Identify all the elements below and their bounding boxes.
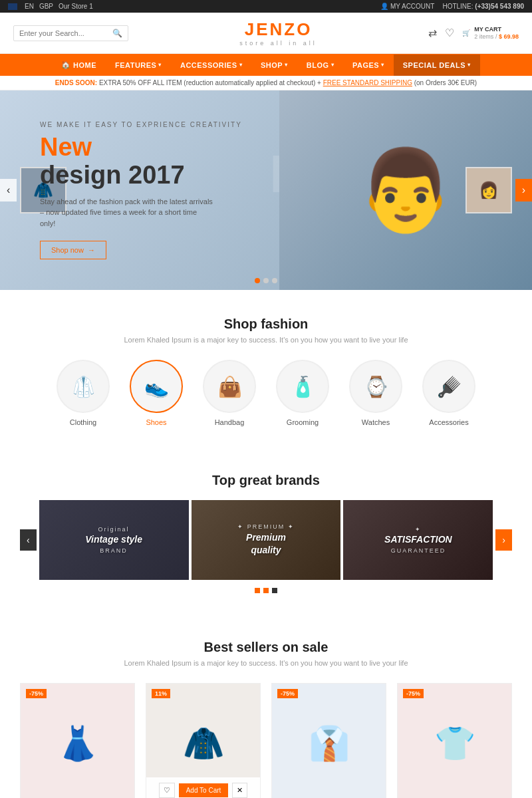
promo-bar: ENDS SOON: EXTRA 50% OFF ALL ITEM (reduc… xyxy=(0,76,532,90)
compare-btn-2[interactable]: ✕ xyxy=(232,783,247,798)
brands-dot-3[interactable] xyxy=(272,588,277,593)
bestsellers-title: Best sellers on sale xyxy=(20,640,512,655)
product-badge-2: 11% xyxy=(152,689,170,698)
wishlist-btn-2[interactable]: ♡ xyxy=(159,783,175,798)
hero-dots xyxy=(255,278,277,283)
product-badge-1: -75% xyxy=(26,689,47,698)
currency-selector[interactable]: GBP xyxy=(39,3,53,10)
brands-title: Top great brands xyxy=(20,473,512,488)
category-accessories-label: Accessories xyxy=(422,418,475,426)
category-watches-icon: ⌚ xyxy=(349,360,402,413)
add-to-cart-btn-2[interactable]: Add To Cart xyxy=(179,783,229,797)
hero-prev-button[interactable]: ‹ xyxy=(0,179,17,201)
product-image-3: -75% 👔 ♡ Add To Cart ✕ xyxy=(272,684,386,798)
product-card-4[interactable]: -75% 👕 ♡ Add To Cart ✕ Blood Luster Cott… xyxy=(397,683,512,798)
brand-card-2[interactable]: ✦ PREMIUM ✦ Premiumquality xyxy=(192,500,341,580)
logo-text: JENZO xyxy=(239,19,317,40)
add-to-cart-btn-4[interactable]: Add To Cart xyxy=(430,783,480,797)
nav-blog[interactable]: BLOG ▾ xyxy=(297,55,343,76)
brands-dot-2[interactable] xyxy=(263,588,269,593)
category-watches[interactable]: ⌚ Watches xyxy=(349,360,402,426)
shuffle-icon[interactable]: ⇄ xyxy=(428,27,437,39)
category-clothing-label: Clothing xyxy=(57,418,110,426)
brand-card-3[interactable]: ✦ SATISFACTION GUARANTEED xyxy=(343,500,493,580)
brand-card-1[interactable]: Original Vintage style BRAND xyxy=(39,500,189,580)
compare-btn-4[interactable]: ✕ xyxy=(483,783,499,798)
product-image-4: -75% 👕 ♡ Add To Cart ✕ xyxy=(398,684,511,798)
product-card-2[interactable]: 11% 🧥 ♡ Add To Cart ✕ Diagonal Bow Tie S… xyxy=(146,683,261,798)
search-input[interactable] xyxy=(19,29,112,37)
cart-items: 2 items xyxy=(474,33,493,40)
hero-content: WE MAKE IT EASY TO EXPRIENCE CREATIVITY … xyxy=(0,121,282,259)
store-selector[interactable]: Our Store 1 xyxy=(59,3,93,10)
category-handbag[interactable]: 👜 Handbag xyxy=(203,360,256,426)
add-to-cart-btn-3[interactable]: Add To Cart xyxy=(305,783,354,797)
compare-btn-3[interactable]: ✕ xyxy=(358,783,373,798)
cart-details: MY CART 2 items / $ 69.98 xyxy=(474,26,519,40)
hero-subtitle: WE MAKE IT EASY TO EXPRIENCE CREATIVITY xyxy=(40,121,242,128)
hero-description: Stay ahead of the fashion pack with the … xyxy=(40,196,213,229)
brands-next-button[interactable]: › xyxy=(495,529,512,551)
wishlist-btn-4[interactable]: ♡ xyxy=(410,783,426,798)
main-nav: 🏠 HOME FEATURES ▾ ACCESSORIES ▾ SHOP ▾ B… xyxy=(0,54,532,76)
cart-info[interactable]: 🛒 MY CART 2 items / $ 69.98 xyxy=(462,26,519,40)
account-link[interactable]: 👤 MY ACCOUNT xyxy=(380,3,434,10)
logo[interactable]: JENZO store all in all xyxy=(239,19,317,47)
search-icon[interactable]: 🔍 xyxy=(112,29,122,38)
shop-now-button[interactable]: Shop now → xyxy=(40,241,106,259)
category-clothing[interactable]: 🥼 Clothing xyxy=(57,360,110,426)
product-image-2: 11% 🧥 ♡ Add To Cart ✕ xyxy=(146,684,260,798)
cart-total: $ 69.98 xyxy=(499,33,519,40)
compare-btn-1[interactable]: ✕ xyxy=(106,783,122,798)
wishlist-btn-1[interactable]: ♡ xyxy=(33,783,49,798)
wishlist-btn-3[interactable]: ♡ xyxy=(285,783,301,798)
nav-features[interactable]: FEATURES ▾ xyxy=(106,55,171,76)
hero-title-line1: New xyxy=(40,134,242,162)
hero-dot-3[interactable] xyxy=(272,278,277,283)
category-handbag-icon: 👜 xyxy=(203,360,256,413)
wishlist-icon[interactable]: ♡ xyxy=(445,27,454,39)
brand-2-label: ✦ PREMIUM ✦ Premiumquality xyxy=(237,523,295,557)
category-grooming-label: Grooming xyxy=(276,418,329,426)
category-grooming[interactable]: 🧴 Grooming xyxy=(276,360,329,426)
category-watches-label: Watches xyxy=(349,418,402,426)
product-image-1: -75% 👗 ♡ Add To Cart ✕ xyxy=(21,684,134,798)
nav-accessories[interactable]: ACCESSORIES ▾ xyxy=(171,55,251,76)
hero-dot-1[interactable] xyxy=(255,278,260,283)
hero-thumb-right[interactable]: 👩 xyxy=(466,167,512,213)
nav-home[interactable]: 🏠 HOME xyxy=(52,54,106,76)
category-shoes-icon: 👟 xyxy=(130,360,183,413)
top-bar-right: 👤 MY ACCOUNT HOTLINE: (+33)54 543 890 xyxy=(380,3,524,10)
promo-link[interactable]: FREE STANDARD SHIPPING xyxy=(323,79,412,86)
hero-next-button[interactable]: › xyxy=(515,179,532,201)
brands-prev-button[interactable]: ‹ xyxy=(20,529,37,551)
category-shoes[interactable]: 👟 Shoes xyxy=(130,360,183,426)
hero-title: New design 2017 xyxy=(40,134,242,190)
product-card-3[interactable]: -75% 👔 ♡ Add To Cart ✕ Blue Distressed L… xyxy=(271,683,386,798)
header-icons: ⇄ ♡ 🛒 MY CART 2 items / $ 69.98 xyxy=(428,26,519,40)
promo-text: EXTRA 50% OFF ALL ITEM (reduction automa… xyxy=(99,79,323,86)
category-handbag-label: Handbag xyxy=(203,418,256,426)
product-badge-4: -75% xyxy=(403,689,424,698)
language-selector[interactable]: EN xyxy=(25,3,34,10)
product-badge-3: -75% xyxy=(277,689,298,698)
cart-icon[interactable]: 🛒 xyxy=(462,29,470,37)
nav-pages[interactable]: PAGES ▾ xyxy=(343,55,394,76)
nav-shop[interactable]: SHOP ▾ xyxy=(251,55,297,76)
product-card-1[interactable]: -75% 👗 ♡ Add To Cart ✕ Emporio Armani Le… xyxy=(20,683,135,798)
brand-1-label: Original Vintage style BRAND xyxy=(85,525,142,555)
shop-fashion-subtitle: Lorem Khaled Ipsum is a major key to suc… xyxy=(20,336,512,344)
brands-dot-1[interactable] xyxy=(255,588,260,593)
category-accessories[interactable]: 🪮 Accessories xyxy=(422,360,475,426)
search-box[interactable]: 🔍 xyxy=(13,25,128,41)
shop-fashion-section: Shop fashion Lorem Khaled Ipsum is a maj… xyxy=(0,290,532,453)
products-grid: -75% 👗 ♡ Add To Cart ✕ Emporio Armani Le… xyxy=(20,683,512,798)
brands-dots xyxy=(20,588,512,593)
brands-track: Original Vintage style BRAND ✦ PREMIUM ✦… xyxy=(39,500,493,580)
add-to-cart-btn-1[interactable]: Add To Cart xyxy=(53,783,103,797)
category-shoes-label: Shoes xyxy=(130,418,183,426)
hero-dot-2[interactable] xyxy=(263,278,269,283)
hero-title-line2: design 2017 xyxy=(40,162,242,190)
nav-special-deals[interactable]: SPECIAL DEALS ▾ xyxy=(394,55,480,76)
header: 🔍 JENZO store all in all ⇄ ♡ 🛒 MY CART 2… xyxy=(0,13,532,54)
